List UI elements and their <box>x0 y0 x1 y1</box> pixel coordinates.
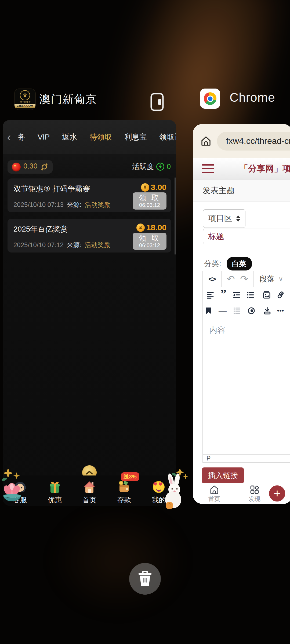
blockquote-icon[interactable]: ” <box>220 292 226 298</box>
chrome-card[interactable]: fxw4.cc/thread-create 「分享网」项 发表主题 项目区 分类… <box>193 124 290 504</box>
browser-top-bar: fxw4.cc/thread-create <box>193 124 290 158</box>
points-value[interactable]: 0.30 <box>23 163 38 171</box>
recents-screen: ♛ 澳门新葡京 2356A.COM 澳门新葡京 Chrome ‹ 任务 VIP … <box>0 0 290 644</box>
reward-source-label: 来源: <box>67 241 82 249</box>
chevron-up-icon <box>86 470 93 475</box>
element-path-tag: P <box>206 455 211 462</box>
refresh-icon[interactable] <box>40 163 48 171</box>
cn-flag-icon: ★ <box>12 163 21 171</box>
content-editor[interactable]: 内容 <box>202 318 290 455</box>
nav-profile[interactable]: 我的 <box>142 475 176 506</box>
gift-icon <box>47 479 62 495</box>
reward-item[interactable]: 2025年百亿奖赏 ¥ 18.00 2025/10/10 07:12 来源: 活… <box>8 219 171 253</box>
category-chip[interactable]: 白菜 <box>227 257 252 270</box>
chrome-bottom-nav: 首页 发现 + <box>193 483 290 504</box>
paragraph-dropdown[interactable]: 段落 ∨ <box>254 271 289 287</box>
tab-lixibao[interactable]: 利息宝 <box>124 132 147 142</box>
app-icon-domain: 2356A.COM <box>15 104 35 108</box>
reward-meta: 2025/10/10 07:13 来源: 活动奖励 <box>13 200 111 209</box>
bookmark-icon[interactable] <box>205 307 212 314</box>
nav-home[interactable]: 首页 <box>72 475 107 506</box>
tab-fanshui[interactable]: 返水 <box>62 132 77 142</box>
headset-icon <box>13 479 28 495</box>
deposit-bonus-badge: 送3% <box>121 472 139 481</box>
reward-item[interactable]: 双节钜惠⑨ 打码争霸赛 ¥ 3.00 2025/10/10 07:13 来源: … <box>8 178 171 212</box>
nav-customer-service[interactable]: 客服 <box>3 475 37 506</box>
app-icon-text: 澳门新葡京 <box>20 101 31 104</box>
image-icon[interactable] <box>263 291 271 299</box>
horizontal-rule-icon[interactable]: — <box>219 306 227 315</box>
forum-title: 「分享网」项 <box>240 163 290 175</box>
tab-vip[interactable]: VIP <box>38 133 50 141</box>
claim-countdown: 06:03:12 <box>139 242 160 248</box>
nav-home-chrome[interactable]: 首页 <box>208 485 220 503</box>
scrollbar[interactable] <box>175 177 176 255</box>
claim-countdown: 06:03:12 <box>139 202 160 208</box>
content-placeholder: 内容 <box>203 318 290 336</box>
more-group: ••• <box>258 303 289 319</box>
claim-button[interactable]: 领 取 06:03:12 <box>133 192 166 210</box>
indent-icon[interactable] <box>233 291 240 299</box>
chrome-logo-icon <box>204 92 216 105</box>
bullet-list-icon[interactable] <box>247 291 254 299</box>
left-app-title[interactable]: 澳门新葡京 <box>39 92 97 107</box>
grid-icon <box>250 485 259 494</box>
lotus-logo-icon: ♛ <box>20 90 30 100</box>
activity-label: 活跃度 <box>132 162 154 171</box>
category-row: 分类: 白菜 <box>204 257 252 270</box>
menu-icon[interactable] <box>202 164 214 173</box>
wallet-icon <box>117 479 132 495</box>
editor-status-bar: P <box>202 455 290 463</box>
reward-date: 2025/10/10 07:13 <box>13 201 64 208</box>
activity-indicator: 活跃度 0 <box>132 162 171 171</box>
insert-link-button[interactable]: 插入链接 <box>202 467 244 484</box>
home-outline-icon <box>209 485 219 494</box>
link-icon[interactable] <box>277 291 285 299</box>
tab-claim-history[interactable]: 领取记录 <box>159 132 176 142</box>
code-view-button[interactable]: <> <box>203 271 222 287</box>
tab-pending-claims[interactable]: 待领取 <box>89 132 112 142</box>
left-app-icon[interactable]: ♛ 澳门新葡京 2356A.COM <box>14 89 36 110</box>
forum-header: 「分享网」项 <box>193 158 290 180</box>
url-bar[interactable]: fxw4.cc/thread-create <box>217 132 290 151</box>
bottom-nav: 客服 优惠 首页 <box>3 475 176 506</box>
title-input[interactable] <box>203 229 290 244</box>
tabs-scroller[interactable]: 任务 VIP 返水 待领取 利息宝 领取记录 <box>17 132 176 142</box>
reward-title: 双节钜惠⑨ 打码争霸赛 <box>13 184 90 194</box>
redo-icon[interactable]: ↷ <box>240 273 248 285</box>
editor-toolbar: <> ↶ ↷ 段落 ∨ T <box>202 271 290 319</box>
left-app-card[interactable]: ‹ 任务 VIP 返水 待领取 利息宝 领取记录 ★ 0.30 活跃度 <box>3 120 176 506</box>
points-pill[interactable]: ★ 0.30 <box>8 160 53 174</box>
reward-amount: ¥ 18.00 <box>136 223 166 232</box>
reward-amount: ¥ 3.00 <box>141 183 166 192</box>
undo-icon[interactable]: ↶ <box>227 273 235 285</box>
nav-discover[interactable]: 发现 <box>249 485 260 503</box>
reward-date: 2025/10/10 07:12 <box>13 241 64 249</box>
coin-icon: ¥ <box>136 224 145 232</box>
home-icon[interactable] <box>200 136 212 147</box>
house-icon <box>82 479 97 495</box>
app-pair-icon[interactable] <box>150 93 164 111</box>
download-icon[interactable] <box>263 307 271 315</box>
clear-all-button[interactable] <box>129 563 161 595</box>
wallpaper-glow-bottom <box>48 504 188 617</box>
back-chevron-icon[interactable]: ‹ <box>7 131 17 143</box>
trash-icon <box>137 571 153 587</box>
outline-list-icon[interactable] <box>233 307 241 314</box>
reward-source-label: 来源: <box>67 200 82 209</box>
tabs-bar: ‹ 任务 VIP 返水 待领取 利息宝 领取记录 <box>3 120 176 154</box>
preview-eye-icon[interactable] <box>247 307 256 314</box>
nav-deposit[interactable]: 送3% 存款 <box>107 475 142 506</box>
claim-button[interactable]: 领 取 06:03:12 <box>133 233 166 250</box>
url-text[interactable]: fxw4.cc/thread-create <box>226 136 290 146</box>
ellipsis-icon[interactable]: ••• <box>277 307 284 314</box>
tab-renwu[interactable]: 任务 <box>17 132 25 142</box>
chrome-app-title[interactable]: Chrome <box>230 90 275 105</box>
extra-group: — <box>203 303 258 319</box>
align-left-icon[interactable] <box>206 291 214 299</box>
new-post-button[interactable]: + <box>269 485 285 502</box>
format-group: ” <box>203 287 258 303</box>
nav-promotions[interactable]: 优惠 <box>37 475 72 506</box>
forum-select[interactable]: 项目区 <box>203 209 245 228</box>
chrome-app-icon[interactable] <box>200 89 220 109</box>
